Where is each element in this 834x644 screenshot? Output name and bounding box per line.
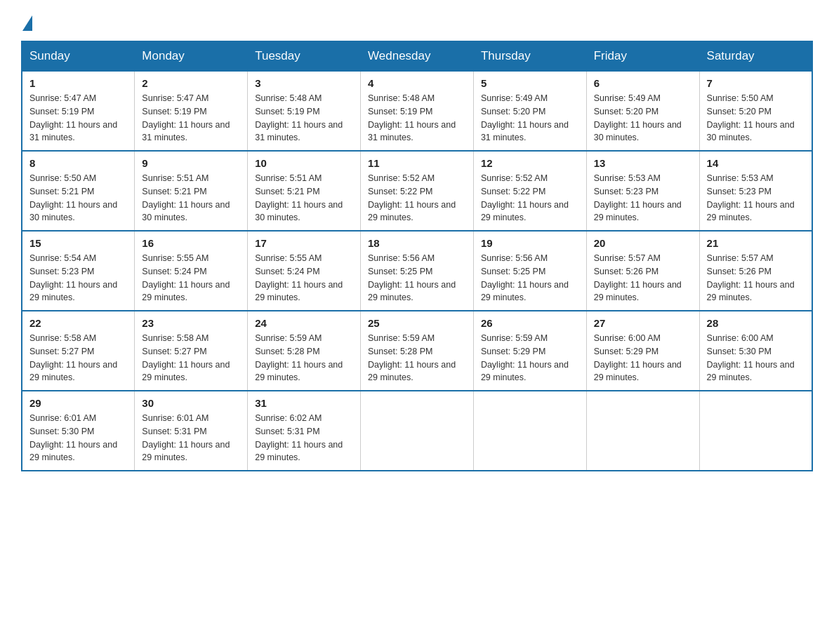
calendar-cell: 8 Sunrise: 5:50 AM Sunset: 5:21 PM Dayli…: [22, 151, 135, 231]
day-number: 8: [29, 157, 127, 169]
day-number: 11: [368, 157, 466, 169]
day-info: Sunrise: 5:59 AM Sunset: 5:29 PM Dayligh…: [481, 332, 579, 384]
calendar-cell: 27 Sunrise: 6:00 AM Sunset: 5:29 PM Dayl…: [586, 311, 699, 391]
calendar-cell: [586, 391, 699, 471]
day-number: 26: [481, 317, 579, 329]
day-number: 20: [594, 237, 692, 249]
day-info: Sunrise: 5:56 AM Sunset: 5:25 PM Dayligh…: [481, 252, 579, 304]
calendar-cell: 23 Sunrise: 5:58 AM Sunset: 5:27 PM Dayl…: [135, 311, 248, 391]
calendar-cell: 9 Sunrise: 5:51 AM Sunset: 5:21 PM Dayli…: [135, 151, 248, 231]
day-info: Sunrise: 5:50 AM Sunset: 5:21 PM Dayligh…: [29, 172, 127, 224]
week-row-1: 1 Sunrise: 5:47 AM Sunset: 5:19 PM Dayli…: [22, 71, 812, 151]
day-info: Sunrise: 5:53 AM Sunset: 5:23 PM Dayligh…: [707, 172, 805, 224]
calendar-header-row: SundayMondayTuesdayWednesdayThursdayFrid…: [22, 41, 812, 71]
calendar-cell: 1 Sunrise: 5:47 AM Sunset: 5:19 PM Dayli…: [22, 71, 135, 151]
logo-text: [21, 14, 34, 29]
calendar-cell: 16 Sunrise: 5:55 AM Sunset: 5:24 PM Dayl…: [135, 231, 248, 311]
calendar-cell: 29 Sunrise: 6:01 AM Sunset: 5:30 PM Dayl…: [22, 391, 135, 471]
week-row-3: 15 Sunrise: 5:54 AM Sunset: 5:23 PM Dayl…: [22, 231, 812, 311]
day-number: 12: [481, 157, 579, 169]
calendar-cell: 25 Sunrise: 5:59 AM Sunset: 5:28 PM Dayl…: [361, 311, 474, 391]
day-number: 25: [368, 317, 466, 329]
day-info: Sunrise: 5:56 AM Sunset: 5:25 PM Dayligh…: [368, 252, 466, 304]
day-number: 15: [29, 237, 127, 249]
calendar-cell: 21 Sunrise: 5:57 AM Sunset: 5:26 PM Dayl…: [699, 231, 812, 311]
day-number: 31: [255, 397, 353, 409]
day-info: Sunrise: 5:52 AM Sunset: 5:22 PM Dayligh…: [368, 172, 466, 224]
day-info: Sunrise: 5:49 AM Sunset: 5:20 PM Dayligh…: [481, 92, 579, 145]
day-number: 9: [142, 157, 240, 169]
week-row-4: 22 Sunrise: 5:58 AM Sunset: 5:27 PM Dayl…: [22, 311, 812, 391]
calendar-cell: 22 Sunrise: 5:58 AM Sunset: 5:27 PM Dayl…: [22, 311, 135, 391]
day-info: Sunrise: 5:55 AM Sunset: 5:24 PM Dayligh…: [255, 252, 353, 304]
day-number: 3: [255, 77, 353, 89]
day-number: 18: [368, 237, 466, 249]
week-row-2: 8 Sunrise: 5:50 AM Sunset: 5:21 PM Dayli…: [22, 151, 812, 231]
day-info: Sunrise: 5:53 AM Sunset: 5:23 PM Dayligh…: [594, 172, 692, 224]
day-number: 28: [707, 317, 805, 329]
calendar-cell: 26 Sunrise: 5:59 AM Sunset: 5:29 PM Dayl…: [473, 311, 586, 391]
calendar-cell: 30 Sunrise: 6:01 AM Sunset: 5:31 PM Dayl…: [135, 391, 248, 471]
calendar-cell: 4 Sunrise: 5:48 AM Sunset: 5:19 PM Dayli…: [361, 71, 474, 151]
calendar-cell: 5 Sunrise: 5:49 AM Sunset: 5:20 PM Dayli…: [473, 71, 586, 151]
day-info: Sunrise: 5:59 AM Sunset: 5:28 PM Dayligh…: [255, 332, 353, 384]
day-info: Sunrise: 5:57 AM Sunset: 5:26 PM Dayligh…: [594, 252, 692, 304]
logo: [21, 14, 34, 27]
day-number: 24: [255, 317, 353, 329]
day-number: 17: [255, 237, 353, 249]
day-number: 21: [707, 237, 805, 249]
day-info: Sunrise: 6:00 AM Sunset: 5:30 PM Dayligh…: [707, 332, 805, 384]
header-thursday: Thursday: [473, 41, 586, 71]
calendar-cell: 14 Sunrise: 5:53 AM Sunset: 5:23 PM Dayl…: [699, 151, 812, 231]
day-info: Sunrise: 6:01 AM Sunset: 5:30 PM Dayligh…: [29, 412, 127, 464]
day-info: Sunrise: 5:48 AM Sunset: 5:19 PM Dayligh…: [255, 92, 353, 145]
day-number: 16: [142, 237, 240, 249]
day-info: Sunrise: 5:57 AM Sunset: 5:26 PM Dayligh…: [707, 252, 805, 304]
day-info: Sunrise: 5:51 AM Sunset: 5:21 PM Dayligh…: [142, 172, 240, 224]
calendar-cell: 6 Sunrise: 5:49 AM Sunset: 5:20 PM Dayli…: [586, 71, 699, 151]
calendar-cell: [699, 391, 812, 471]
calendar-table: SundayMondayTuesdayWednesdayThursdayFrid…: [21, 41, 813, 471]
day-info: Sunrise: 5:55 AM Sunset: 5:24 PM Dayligh…: [142, 252, 240, 304]
day-number: 19: [481, 237, 579, 249]
day-number: 4: [368, 77, 466, 89]
calendar-cell: 20 Sunrise: 5:57 AM Sunset: 5:26 PM Dayl…: [586, 231, 699, 311]
day-number: 6: [594, 77, 692, 89]
day-number: 13: [594, 157, 692, 169]
day-number: 14: [707, 157, 805, 169]
day-info: Sunrise: 6:00 AM Sunset: 5:29 PM Dayligh…: [594, 332, 692, 384]
calendar-cell: 31 Sunrise: 6:02 AM Sunset: 5:31 PM Dayl…: [248, 391, 361, 471]
day-number: 10: [255, 157, 353, 169]
calendar-cell: 19 Sunrise: 5:56 AM Sunset: 5:25 PM Dayl…: [473, 231, 586, 311]
day-info: Sunrise: 5:52 AM Sunset: 5:22 PM Dayligh…: [481, 172, 579, 224]
day-info: Sunrise: 5:49 AM Sunset: 5:20 PM Dayligh…: [594, 92, 692, 145]
calendar-cell: 12 Sunrise: 5:52 AM Sunset: 5:22 PM Dayl…: [473, 151, 586, 231]
day-info: Sunrise: 6:01 AM Sunset: 5:31 PM Dayligh…: [142, 412, 240, 464]
day-info: Sunrise: 5:48 AM Sunset: 5:19 PM Dayligh…: [368, 92, 466, 145]
header-wednesday: Wednesday: [361, 41, 474, 71]
logo-triangle-icon: [22, 15, 32, 31]
calendar-cell: [473, 391, 586, 471]
calendar-cell: 18 Sunrise: 5:56 AM Sunset: 5:25 PM Dayl…: [361, 231, 474, 311]
day-number: 2: [142, 77, 240, 89]
day-info: Sunrise: 5:51 AM Sunset: 5:21 PM Dayligh…: [255, 172, 353, 224]
day-number: 29: [29, 397, 127, 409]
calendar-cell: 3 Sunrise: 5:48 AM Sunset: 5:19 PM Dayli…: [248, 71, 361, 151]
calendar-cell: [361, 391, 474, 471]
calendar-cell: 28 Sunrise: 6:00 AM Sunset: 5:30 PM Dayl…: [699, 311, 812, 391]
day-info: Sunrise: 6:02 AM Sunset: 5:31 PM Dayligh…: [255, 412, 353, 464]
day-info: Sunrise: 5:54 AM Sunset: 5:23 PM Dayligh…: [29, 252, 127, 304]
day-info: Sunrise: 5:47 AM Sunset: 5:19 PM Dayligh…: [142, 92, 240, 145]
day-info: Sunrise: 5:58 AM Sunset: 5:27 PM Dayligh…: [142, 332, 240, 384]
header-sunday: Sunday: [22, 41, 135, 71]
day-number: 22: [29, 317, 127, 329]
calendar-cell: 17 Sunrise: 5:55 AM Sunset: 5:24 PM Dayl…: [248, 231, 361, 311]
day-number: 1: [29, 77, 127, 89]
day-info: Sunrise: 5:47 AM Sunset: 5:19 PM Dayligh…: [29, 92, 127, 145]
calendar-cell: 2 Sunrise: 5:47 AM Sunset: 5:19 PM Dayli…: [135, 71, 248, 151]
week-row-5: 29 Sunrise: 6:01 AM Sunset: 5:30 PM Dayl…: [22, 391, 812, 471]
calendar-cell: 15 Sunrise: 5:54 AM Sunset: 5:23 PM Dayl…: [22, 231, 135, 311]
day-number: 5: [481, 77, 579, 89]
day-number: 7: [707, 77, 805, 89]
calendar-cell: 13 Sunrise: 5:53 AM Sunset: 5:23 PM Dayl…: [586, 151, 699, 231]
